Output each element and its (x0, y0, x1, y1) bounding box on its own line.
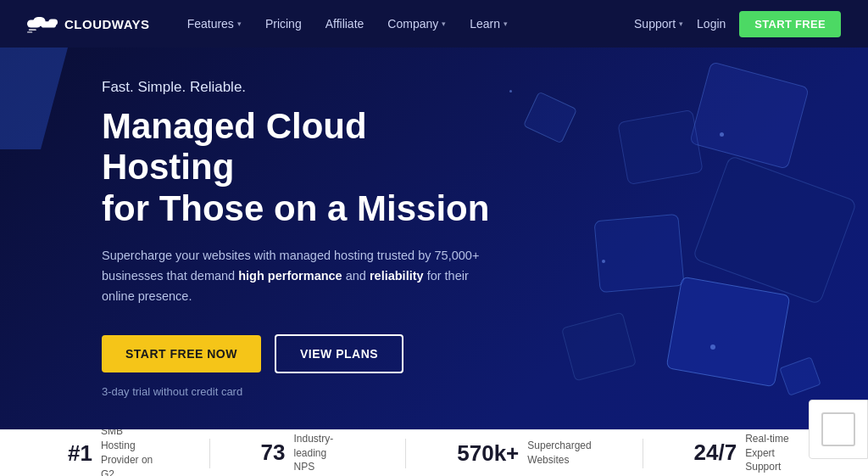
stat-number-3: 24/7 (694, 440, 737, 466)
stat-desc-1: Industry-leadingNPS (293, 432, 354, 474)
login-button[interactable]: Login (697, 17, 726, 31)
hero-description: Supercharge your websites with managed h… (102, 246, 492, 307)
captcha-inner (821, 412, 855, 446)
svg-rect-5 (27, 31, 32, 33)
navbar: CLOUDWAYS Features ▾ Pricing Affiliate C… (0, 0, 868, 48)
hero-content: Fast. Simple. Reliable. Managed Cloud Ho… (0, 79, 509, 398)
hero-section: Fast. Simple. Reliable. Managed Cloud Ho… (0, 48, 868, 429)
stat-number-2: 570k+ (457, 440, 519, 467)
hex-shape-5 (665, 277, 790, 388)
nav-features[interactable]: Features ▾ (177, 12, 252, 36)
stat-divider-1 (405, 439, 406, 468)
stat-desc-0: SMB HostingProvider on G2 (101, 424, 159, 476)
logo[interactable]: CLOUDWAYS (27, 14, 150, 34)
features-dropdown-icon: ▾ (237, 20, 242, 28)
hero-title: Managed Cloud Hostingfor Those on a Miss… (102, 106, 509, 229)
hex-shape-7 (523, 92, 577, 144)
start-free-now-button[interactable]: START FREE NOW (102, 335, 261, 372)
hex-shape-6 (561, 311, 637, 381)
stat-item-2: 570k+SuperchargedWebsites (457, 439, 591, 468)
stats-bar: #1SMB HostingProvider on G273Industry-le… (0, 429, 868, 476)
nav-pricing[interactable]: Pricing (255, 12, 312, 36)
company-dropdown-icon: ▾ (442, 20, 446, 28)
hex-shape-1 (689, 61, 810, 170)
stat-number-0: #1 (68, 440, 92, 467)
captcha-badge (809, 400, 868, 459)
hero-buttons: START FREE NOW VIEW PLANS (102, 334, 509, 373)
start-free-nav-button[interactable]: START FREE (739, 11, 841, 37)
view-plans-button[interactable]: VIEW PLANS (275, 334, 403, 373)
stat-item-3: 24/7Real-timeExpert Support (694, 432, 800, 474)
nav-company[interactable]: Company ▾ (377, 12, 456, 36)
hex-shape-4 (593, 214, 684, 293)
brand-name: CLOUDWAYS (64, 17, 150, 31)
trial-text: 3-day trial without credit card (102, 385, 509, 398)
stat-item-1: 73Industry-leadingNPS (261, 432, 355, 474)
hex-shape-2 (617, 109, 704, 185)
dot-3 (710, 344, 715, 350)
logo-icon (27, 14, 58, 34)
support-dropdown-icon: ▾ (679, 20, 683, 28)
stat-desc-3: Real-timeExpert Support (745, 432, 800, 474)
stat-number-1: 73 (261, 440, 286, 466)
stat-desc-2: SuperchargedWebsites (527, 439, 591, 468)
dot-1 (720, 132, 724, 137)
svg-rect-3 (48, 20, 58, 25)
nav-right: Support ▾ Login START FREE (634, 11, 841, 37)
hero-subtitle: Fast. Simple. Reliable. (102, 79, 509, 96)
learn-dropdown-icon: ▾ (504, 20, 508, 28)
support-button[interactable]: Support ▾ (634, 17, 683, 31)
nav-learn[interactable]: Learn ▾ (459, 12, 518, 36)
nav-affiliate[interactable]: Affiliate (315, 12, 375, 36)
dot-2 (602, 260, 605, 263)
nav-links: Features ▾ Pricing Affiliate Company ▾ L… (177, 12, 634, 36)
dot-4 (509, 90, 512, 92)
svg-rect-4 (29, 29, 36, 31)
stat-divider-2 (643, 439, 643, 468)
stat-item-0: #1SMB HostingProvider on G2 (68, 424, 159, 476)
hex-shape-8 (779, 356, 821, 396)
stat-divider-0 (209, 439, 210, 468)
